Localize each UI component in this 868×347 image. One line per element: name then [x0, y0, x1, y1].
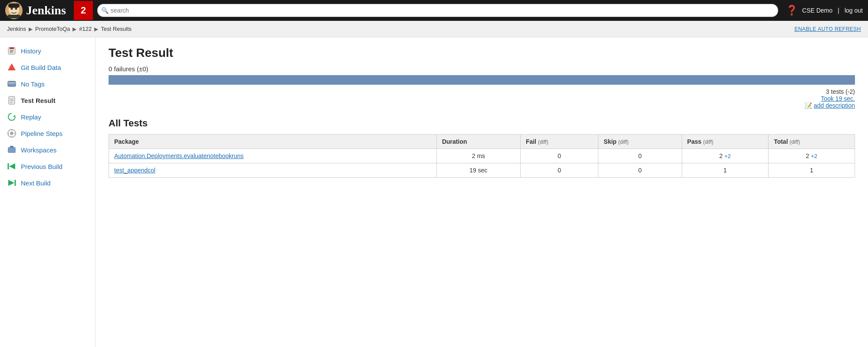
table-header: Package Duration Fail (diff) Skip (diff)… [109, 135, 855, 149]
sidebar-label-testresult: Test Result [21, 97, 56, 104]
sidebar-item-replay[interactable]: Replay [0, 109, 95, 125]
cell-duration: 2 ms [436, 149, 520, 163]
cell-pass: 1 [682, 163, 769, 178]
edit-icon: 📝 [805, 102, 812, 109]
main-content: Test Result 0 failures (±0) 3 tests (-2)… [96, 37, 868, 347]
auto-refresh-link[interactable]: ENABLE AUTO REFRESH [795, 26, 861, 32]
cell-total: 2 +2 [769, 149, 855, 163]
stats-row: 3 tests (-2) Took 19 sec. 📝 add descript… [109, 88, 855, 109]
header-right: CSE Demo | log out [802, 7, 863, 14]
sidebar-label-replay: Replay [21, 113, 41, 121]
sidebar-label-prevbuild: Previous Build [21, 163, 63, 170]
breadcrumb: Jenkins ▶ PromoteToQa ▶ #122 ▶ Test Resu… [0, 21, 868, 37]
svg-rect-24 [8, 147, 16, 153]
cell-skip: 0 [598, 163, 682, 178]
add-description-link[interactable]: 📝 add description [805, 102, 855, 109]
tests-table: Package Duration Fail (diff) Skip (diff)… [109, 134, 855, 178]
cell-pass: 2 +2 [682, 149, 769, 163]
next-build-icon [7, 178, 17, 188]
notification-badge[interactable]: 2 [74, 1, 93, 20]
sidebar-label-history: History [21, 47, 41, 55]
no-tags-icon [7, 79, 17, 89]
sidebar-item-history[interactable]: History [0, 43, 95, 59]
breadcrumb-promotetaqa[interactable]: PromoteToQa [35, 26, 70, 32]
page-title: Test Result [109, 46, 855, 60]
col-pass: Pass (diff) [682, 135, 769, 149]
sidebar-label-git: Git Build Data [21, 64, 61, 71]
svg-rect-5 [7, 15, 20, 18]
svg-point-3 [15, 8, 17, 10]
all-tests-title: All Tests [109, 118, 855, 129]
pipeline-icon [7, 129, 17, 138]
col-duration: Duration [436, 135, 520, 149]
help-icon[interactable]: ❓ [786, 5, 798, 16]
table-row: Automation.Deployments.evaluatenotebookr… [109, 149, 855, 163]
layout: History Git Build Data No Tags [0, 37, 868, 347]
logout-link[interactable]: log out [845, 7, 863, 14]
sidebar-item-previous-build[interactable]: Previous Build [0, 158, 95, 175]
duration-link[interactable]: Took 19 sec. [821, 95, 855, 102]
sidebar: History Git Build Data No Tags [0, 37, 96, 347]
jenkins-title: Jenkins [26, 3, 66, 17]
cell-fail: 0 [520, 149, 598, 163]
svg-point-19 [10, 132, 13, 135]
progress-bar-fill [109, 75, 855, 85]
sidebar-label-nextbuild: Next Build [21, 179, 50, 187]
header: Jenkins 2 🔍 ❓ CSE Demo | log out [0, 0, 868, 21]
sidebar-item-test-result[interactable]: Test Result [0, 92, 95, 109]
search-icon: 🔍 [101, 7, 109, 14]
cell-total: 1 [769, 163, 855, 178]
sidebar-item-pipeline-steps[interactable]: Pipeline Steps [0, 125, 95, 142]
tests-count: 3 tests (-2) [826, 88, 855, 95]
cell-package: Automation.Deployments.evaluatenotebookr… [109, 149, 437, 163]
cell-fail: 0 [520, 163, 598, 178]
table-row: test_appendcol 19 sec 0 0 1 1 [109, 163, 855, 178]
progress-bar-container [109, 75, 855, 85]
breadcrumb-build-num[interactable]: #122 [79, 26, 92, 32]
cell-package: test_appendcol [109, 163, 437, 178]
sidebar-item-next-build[interactable]: Next Build [0, 175, 95, 191]
prev-build-icon [7, 162, 17, 171]
search-input[interactable] [97, 4, 778, 17]
svg-marker-17 [13, 115, 15, 117]
failures-text: 0 failures (±0) [109, 65, 855, 73]
svg-rect-4 [8, 3, 20, 8]
col-total: Total (diff) [769, 135, 855, 149]
sidebar-item-git-build-data[interactable]: Git Build Data [0, 59, 95, 76]
sidebar-item-workspaces[interactable]: Workspaces [0, 142, 95, 158]
workspace-icon [7, 145, 17, 155]
jenkins-logo-icon [5, 2, 23, 19]
breadcrumb-left: Jenkins ▶ PromoteToQa ▶ #122 ▶ Test Resu… [7, 26, 132, 32]
breadcrumb-test-results: Test Results [101, 26, 132, 32]
col-package: Package [109, 135, 437, 149]
package-link[interactable]: test_appendcol [114, 167, 155, 174]
col-skip: Skip (diff) [598, 135, 682, 149]
svg-marker-10 [8, 63, 16, 70]
package-link[interactable]: Automation.Deployments.evaluatenotebookr… [114, 152, 244, 159]
svg-marker-26 [9, 163, 15, 169]
sidebar-label-notags: No Tags [21, 80, 45, 88]
cell-duration: 19 sec [436, 163, 520, 178]
replay-icon [7, 112, 17, 122]
cell-skip: 0 [598, 149, 682, 163]
logo[interactable]: Jenkins [5, 2, 66, 19]
svg-rect-7 [10, 47, 14, 49]
svg-rect-11 [8, 81, 16, 86]
sidebar-label-pipeline: Pipeline Steps [21, 130, 63, 137]
table-body: Automation.Deployments.evaluatenotebookr… [109, 149, 855, 178]
sidebar-label-workspace: Workspaces [21, 146, 56, 154]
user-name: CSE Demo [802, 7, 832, 14]
search-wrapper: 🔍 [97, 4, 778, 17]
svg-marker-28 [8, 180, 14, 186]
svg-point-2 [11, 8, 13, 10]
col-fail: Fail (diff) [520, 135, 598, 149]
sidebar-item-no-tags[interactable]: No Tags [0, 76, 95, 92]
breadcrumb-jenkins[interactable]: Jenkins [7, 26, 26, 32]
history-icon [7, 46, 17, 56]
svg-rect-13 [9, 96, 15, 104]
git-icon [7, 63, 17, 72]
test-result-icon [7, 96, 17, 105]
svg-rect-25 [10, 146, 13, 148]
